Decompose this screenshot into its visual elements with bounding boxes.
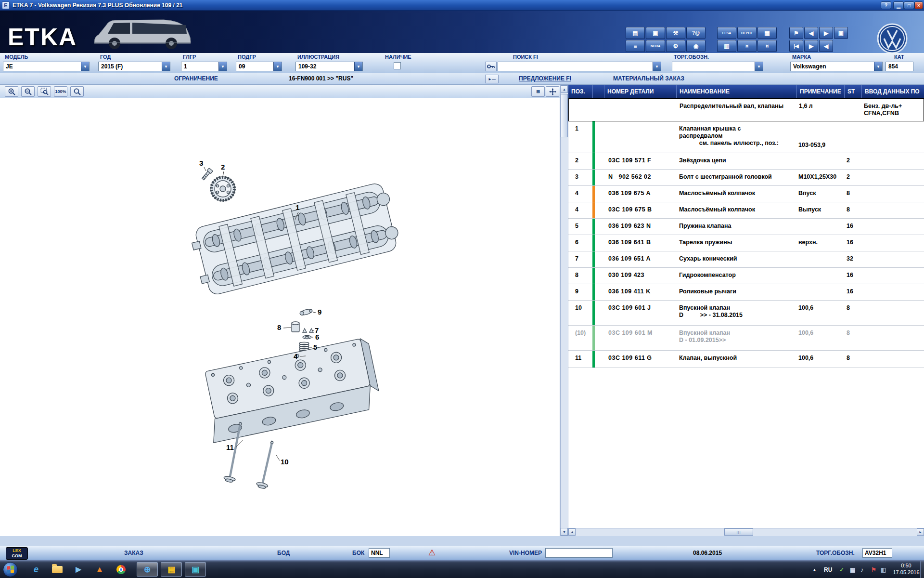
- model-select[interactable]: JE ▼: [3, 62, 90, 71]
- media-player-icon[interactable]: ▶: [69, 562, 88, 577]
- nav-forward-icon[interactable]: ▶: [819, 27, 833, 39]
- search-fi-select[interactable]: ▼: [498, 62, 661, 71]
- film-icon[interactable]: ◉: [686, 40, 706, 52]
- magnifier-icon[interactable]: [70, 86, 84, 97]
- nav-next-icon[interactable]: ▶: [804, 40, 818, 52]
- nav-prev-icon[interactable]: ◀: [819, 40, 833, 52]
- tray-status-icon[interactable]: ✓: [839, 561, 844, 578]
- illustration-viewport[interactable]: 3 2 1 9 8 7 6 5 4 11 10: [0, 98, 560, 536]
- title-bar[interactable]: E ETKA 7 - Volkswagen Ревизия 7.3 PLUS О…: [0, 0, 924, 11]
- close-button[interactable]: ×: [914, 1, 923, 9]
- col-st[interactable]: ST: [844, 85, 861, 98]
- horizontal-scrollbar[interactable]: ◄ ||| ►: [568, 528, 924, 536]
- callout-11[interactable]: 11: [226, 443, 234, 451]
- col-part-number[interactable]: НОМЕР ДЕТАЛИ: [604, 85, 676, 98]
- year-select[interactable]: 2015 (F) ▼: [98, 62, 170, 71]
- taskbar-clock[interactable]: 0:50 17.05.2016: [890, 562, 922, 577]
- vlc-icon[interactable]: ▲: [90, 562, 109, 577]
- chevron-down-icon[interactable]: ▼: [162, 62, 170, 71]
- horizontal-scrollbar-thumb[interactable]: |||: [724, 528, 753, 536]
- trade-designation-select[interactable]: ▼: [672, 62, 763, 71]
- sub-group-select[interactable]: 09 ▼: [236, 62, 282, 71]
- chevron-down-icon[interactable]: ▼: [273, 62, 282, 71]
- print-preview-icon[interactable]: ▣: [646, 27, 665, 39]
- table-row[interactable]: 9 036 109 411 K Роликовые рычаги 16: [568, 284, 924, 301]
- image-viewer-app-button[interactable]: ▣: [185, 562, 206, 577]
- tray-flag-icon[interactable]: ⚑: [871, 561, 876, 578]
- callout-4[interactable]: 4: [294, 352, 298, 360]
- documents-icon[interactable]: ▥: [717, 40, 736, 52]
- nav-back-icon[interactable]: ◀: [804, 27, 818, 39]
- table-row[interactable]: 11 03C 109 611 G Клапан, выпускной 100,6…: [568, 351, 924, 368]
- parts-list-icon[interactable]: ≡: [626, 40, 645, 52]
- minimize-button[interactable]: ▁: [893, 1, 904, 9]
- table-row[interactable]: 4 036 109 675 A Маслосъёмный колпачок Вп…: [568, 186, 924, 202]
- pin-icon[interactable]: ⚑: [789, 27, 803, 39]
- cart-icon[interactable]: ¤: [737, 40, 757, 52]
- table-row[interactable]: 6 036 109 641 B Тарелка пружины верхн. 1…: [568, 235, 924, 251]
- table-row[interactable]: 5 036 109 623 N Пружина клапана 16: [568, 219, 924, 235]
- elsa-icon[interactable]: ELSA: [717, 27, 736, 39]
- nora-icon[interactable]: NORA: [646, 40, 665, 52]
- chevron-down-icon[interactable]: ▼: [755, 62, 763, 71]
- callout-6[interactable]: 6: [315, 333, 319, 341]
- special-tools-icon[interactable]: ⚒: [666, 27, 685, 39]
- nav-first-icon[interactable]: |◀: [789, 40, 803, 52]
- illustration-select[interactable]: 109-32 ▼: [295, 62, 363, 71]
- material-order-link[interactable]: МАТЕРИАЛЬНЫЙ ЗАКАЗ: [613, 75, 684, 82]
- fi-apply-button[interactable]: ►—: [485, 75, 499, 83]
- depot-icon[interactable]: DEPOT: [737, 27, 757, 39]
- help-button[interactable]: ?: [881, 1, 891, 9]
- chevron-down-icon[interactable]: ▼: [874, 62, 882, 71]
- callout-3[interactable]: 3: [199, 159, 203, 167]
- pages-icon[interactable]: ▣: [834, 27, 848, 39]
- tray-network-icon[interactable]: ▦: [850, 561, 855, 578]
- chevron-down-icon[interactable]: ▼: [354, 62, 362, 71]
- availability-checkbox[interactable]: [394, 62, 401, 69]
- callout-10[interactable]: 10: [281, 458, 289, 466]
- print-icon[interactable]: ▤: [626, 27, 645, 39]
- pan-button[interactable]: [546, 86, 559, 97]
- scroll-up-icon[interactable]: ▲: [561, 85, 568, 93]
- folder-icon[interactable]: [48, 562, 66, 577]
- tray-app-icon[interactable]: ◧: [881, 561, 886, 578]
- zoom-out-button[interactable]: [21, 86, 35, 97]
- vin-input[interactable]: [545, 548, 613, 558]
- vertical-scrollbar-thumb[interactable]: [561, 94, 568, 137]
- callout-9[interactable]: 9: [318, 308, 321, 316]
- vertical-scrollbar[interactable]: ▲ ▼: [560, 85, 568, 536]
- fit-window-button[interactable]: ⊞: [531, 86, 545, 97]
- language-indicator[interactable]: RU: [824, 561, 832, 578]
- main-group-select[interactable]: 1 ▼: [181, 62, 227, 71]
- col-note[interactable]: ПРИМЕЧАНИЕ: [796, 85, 844, 98]
- chrome-icon[interactable]: [112, 562, 130, 577]
- shop-icon[interactable]: ▦: [757, 27, 777, 39]
- chevron-down-icon[interactable]: ▼: [653, 62, 661, 71]
- table-row[interactable]: 1 Клапанная крышка с распредвалом см. па…: [568, 121, 924, 153]
- section-row[interactable]: Распределительный в­ал, клапаны 1,6 л Бе…: [568, 98, 924, 121]
- col-pos[interactable]: ПОЗ.: [568, 85, 592, 98]
- col-data-entry[interactable]: ВВОД ДАННЫХ ПО: [861, 85, 924, 98]
- col-name[interactable]: НАИМЕНОВАНИЕ: [676, 85, 796, 98]
- settings-gear-icon[interactable]: ⚙: [666, 40, 685, 52]
- maximize-button[interactable]: □: [904, 1, 914, 9]
- table-row[interactable]: 4 03C 109 675 B Маслосъёмный колпачок Вы…: [568, 202, 924, 219]
- start-button[interactable]: [3, 562, 18, 577]
- zoom-100-button[interactable]: 100%: [54, 86, 67, 97]
- order-list-icon[interactable]: ¤: [757, 40, 777, 52]
- tray-volume-icon[interactable]: ♪: [860, 561, 863, 578]
- zoom-area-button[interactable]: [38, 86, 51, 97]
- etka-app-button[interactable]: ⊕: [137, 562, 158, 577]
- scroll-left-icon[interactable]: ◄: [568, 528, 576, 536]
- table-row[interactable]: 7 036 109 651 A Сухарь конический 32: [568, 251, 924, 268]
- chevron-down-icon[interactable]: ▼: [81, 62, 89, 71]
- table-row[interactable]: 2 03C 109 571 F Звёздочка цепи 2: [568, 153, 924, 170]
- table-row-superseded[interactable]: (10) 03C 109 601 M Впускной клапан D - 0…: [568, 326, 924, 351]
- scroll-down-icon[interactable]: ▼: [561, 528, 568, 536]
- chevron-down-icon[interactable]: ▼: [218, 62, 227, 71]
- callout-2[interactable]: 2: [221, 163, 225, 171]
- callout-8[interactable]: 8: [277, 323, 281, 331]
- catalog-field[interactable]: 854: [886, 62, 913, 71]
- scroll-right-icon[interactable]: ►: [917, 528, 924, 536]
- search-help-icon[interactable]: ?@: [686, 27, 706, 39]
